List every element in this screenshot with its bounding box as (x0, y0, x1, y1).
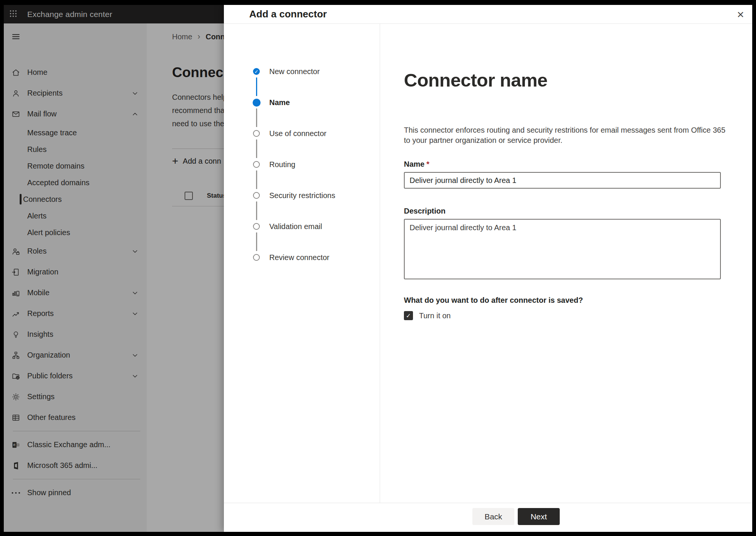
name-field-label: Name* (404, 160, 752, 169)
wizard-step-use-of-connector[interactable]: Use of connector (253, 130, 380, 161)
check-icon: ✓ (406, 312, 411, 319)
wizard-step-name[interactable]: Name (253, 99, 380, 130)
wizard-step-label: New connector (269, 67, 320, 76)
wizard-step-routing[interactable]: Routing (253, 161, 380, 192)
step-circle-icon (253, 254, 260, 261)
add-connector-dialog: Add a connector × ✓ New connector Name U… (224, 5, 752, 532)
wizard-panel: Connector name This connector enforces r… (380, 24, 752, 503)
turn-it-on-checkbox[interactable]: ✓ (404, 311, 413, 320)
wizard-steps: ✓ New connector Name Use of connector Ro… (224, 24, 380, 503)
wizard-step-label: Security restrictions (269, 191, 335, 200)
step-circle-icon (253, 192, 260, 199)
back-button[interactable]: Back (472, 508, 514, 525)
step-check-icon: ✓ (253, 68, 260, 75)
panel-heading: Connector name (404, 69, 752, 91)
dialog-header: Add a connector × (224, 5, 752, 24)
wizard-step-validation-email[interactable]: Validation email (253, 223, 380, 254)
wizard-step-security-restrictions[interactable]: Security restrictions (253, 192, 380, 223)
wizard-step-label: Validation email (269, 222, 322, 231)
dialog-title: Add a connector (249, 8, 327, 20)
description-textarea[interactable]: Deliver journal directly to Area 1 (404, 219, 721, 279)
close-icon: × (737, 8, 744, 20)
wizard-step-new-connector[interactable]: ✓ New connector (253, 68, 380, 99)
next-button[interactable]: Next (518, 508, 560, 525)
wizard-step-label: Review connector (269, 253, 329, 262)
panel-description-line: to your partner organization or service … (404, 135, 752, 146)
description-field-label: Description (404, 207, 752, 215)
screen: Exchange admin center Home Recipients Ma… (4, 5, 752, 532)
after-save-question: What do you want to do after connector i… (404, 295, 752, 305)
step-circle-icon (253, 99, 261, 107)
dialog-footer: Back Next (224, 503, 752, 532)
required-marker: * (426, 160, 429, 168)
panel-description: This connector enforces routing and secu… (404, 125, 752, 146)
wizard-step-label: Use of connector (269, 129, 326, 138)
name-input[interactable] (404, 172, 721, 189)
step-circle-icon (253, 161, 260, 168)
wizard-step-label: Name (269, 98, 290, 107)
step-circle-icon (253, 130, 260, 137)
step-circle-icon (253, 223, 260, 230)
turn-it-on-label: Turn it on (419, 311, 451, 320)
wizard-step-label: Routing (269, 160, 295, 169)
close-button[interactable]: × (733, 7, 748, 22)
wizard-step-review-connector[interactable]: Review connector (253, 254, 380, 285)
panel-description-line: This connector enforces routing and secu… (404, 125, 752, 135)
turn-it-on-row: ✓ Turn it on (404, 311, 752, 320)
